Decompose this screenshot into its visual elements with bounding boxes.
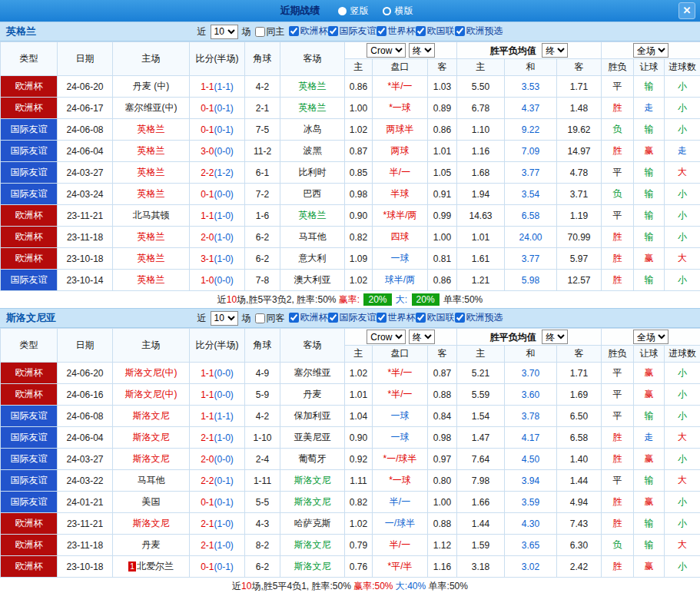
col-odds-away: 客 [428,346,457,363]
score: 2-1(1-0) [190,513,245,535]
radio-selected-icon [338,7,347,15]
odds-time-select[interactable]: 终 [409,330,435,344]
handicap-line: 两球半 [373,119,428,141]
home-team-name: 英格兰 [138,188,165,199]
col-type: 类型 [1,42,58,76]
topbar: 近期战绩 竖版 横版 ✕ [0,0,700,22]
away-team: 保加利亚 [280,406,345,427]
odds-away: 0.91 [428,184,457,205]
avg-odds-draw: 5.98 [505,270,557,291]
match-count-select[interactable]: 10 [211,25,238,39]
competition-checkbox[interactable] [455,26,465,36]
match-count-select[interactable]: 10 [211,311,238,326]
competition-filter[interactable]: 国际友谊 [328,25,377,38]
competition-filter[interactable]: 世界杯 [377,311,416,324]
col-avg-home: 主 [457,59,505,76]
competition-filter[interactable]: 国际友谊 [328,311,377,324]
away-team-name: 巴西 [304,188,322,199]
team-section-england: 英格兰 近 10 场 同主 欧洲杯国际友谊世界杯欧国联欧洲预选 类型 日期 [0,22,700,308]
competition-filter[interactable]: 欧洲杯 [289,311,328,324]
col-result: 胜负 [602,346,634,363]
score: 2-2(1-2) [190,162,245,184]
away-team-name: 冰岛 [304,124,322,134]
full-time-score: 2-2 [201,167,214,178]
competition-filter[interactable]: 欧洲杯 [289,25,328,38]
away-team: 斯洛文尼 [280,492,345,513]
match-row: 国际友谊24-03-27英格兰2-2(1-2)6-1比利时0.85半/一1.05… [1,162,700,184]
full-time-score: 0-1 [201,562,214,572]
col-handicap-result: 让球 [634,346,665,363]
result-handicap: 赢 [634,556,665,578]
avg-odds-label: 胜平负均值 [490,332,536,343]
avg-odds-label: 胜平负均值 [490,45,536,56]
avg-odds-away: 1.69 [557,384,602,406]
avg-odds-draw: 3.65 [505,535,557,556]
odds-source-select[interactable]: Crow [367,330,406,344]
layout-vertical-option[interactable]: 竖版 [338,5,369,18]
odds-away: 1.01 [428,141,457,162]
col-avg-home: 主 [457,346,505,363]
same-venue-checkbox[interactable] [255,313,265,323]
result-goals: 走 [665,141,700,162]
half-time-score: (1-1) [214,81,234,92]
avg-odds-away: 12.57 [557,270,602,291]
competition-checkbox[interactable] [416,26,426,36]
corner-score: 4-2 [245,76,280,98]
odds-source-select[interactable]: Crow [367,43,406,58]
home-team-name: 北马其顿 [133,210,170,220]
match-row: 欧洲杯23-10-181北爱尔兰0-1(0-1)6-2斯洛文尼0.76*平/半1… [1,556,700,578]
odds-time-select[interactable]: 终 [409,43,435,58]
competition-filter[interactable]: 欧洲预选 [455,311,503,324]
same-venue-checkbox[interactable] [255,27,265,37]
home-team-name: 斯洛文尼 [133,432,170,442]
scope-select[interactable]: 全场 [633,43,668,58]
competition-label: 国际友谊 [340,25,377,38]
summary-text: 场,胜5平4负1, 胜率:50% [251,581,353,591]
match-date: 24-06-08 [58,406,113,427]
competition-checkbox[interactable] [377,26,386,36]
competition-filter[interactable]: 世界杯 [377,25,416,38]
result-wdl: 负 [602,119,634,141]
result-goals: 大 [665,162,700,184]
match-date: 23-10-14 [58,270,113,291]
scope-select[interactable]: 全场 [633,330,668,344]
odds-away: 0.98 [428,427,457,449]
avg-time-select[interactable]: 终 [542,330,568,344]
col-goals: 进球数 [665,59,700,76]
result-wdl: 胜 [602,98,634,119]
avg-odds-home: 1.68 [457,162,505,184]
competition-filter[interactable]: 欧国联 [416,25,455,38]
handicap-line: *半/一 [373,384,428,406]
result-handicap: 输 [634,470,665,492]
team-name: 斯洛文尼亚 [6,311,56,325]
competition-checkbox[interactable] [328,26,338,36]
col-avg-away: 客 [557,59,602,76]
corner-score: 4-3 [245,513,280,535]
same-venue-filter[interactable]: 同客 [255,312,285,325]
avg-odds-home: 1.59 [457,535,505,556]
result-wdl: 胜 [602,270,634,291]
competition-checkbox[interactable] [455,313,465,323]
competition-checkbox[interactable] [416,313,426,323]
competition-checkbox[interactable] [289,313,299,323]
away-team-name: 澳大利亚 [294,274,331,285]
avg-time-select[interactable]: 终 [542,43,568,58]
home-team: 1北爱尔兰 [113,556,190,578]
avg-odds-draw: 6.58 [505,205,557,227]
competition-checkbox[interactable] [328,313,338,323]
result-goals: 小 [665,513,700,535]
match-row: 国际友谊24-06-04英格兰3-0(0-0)11-2波黑0.87两球1.011… [1,141,700,162]
summary-text: 大:40% [393,581,426,591]
match-date: 24-03-24 [58,184,113,205]
full-time-score: 1-1 [201,81,214,92]
full-time-score: 1-1 [201,389,214,400]
corner-score: 4-2 [245,406,280,427]
competition-filter[interactable]: 欧国联 [416,311,455,324]
home-team-name: 丹麦 (中) [133,81,169,91]
layout-horizontal-option[interactable]: 横版 [383,5,413,18]
competition-checkbox[interactable] [289,26,299,36]
competition-checkbox[interactable] [377,313,386,323]
competition-filter[interactable]: 欧洲预选 [455,25,503,38]
close-button[interactable]: ✕ [678,2,695,19]
same-venue-filter[interactable]: 同主 [255,25,285,38]
